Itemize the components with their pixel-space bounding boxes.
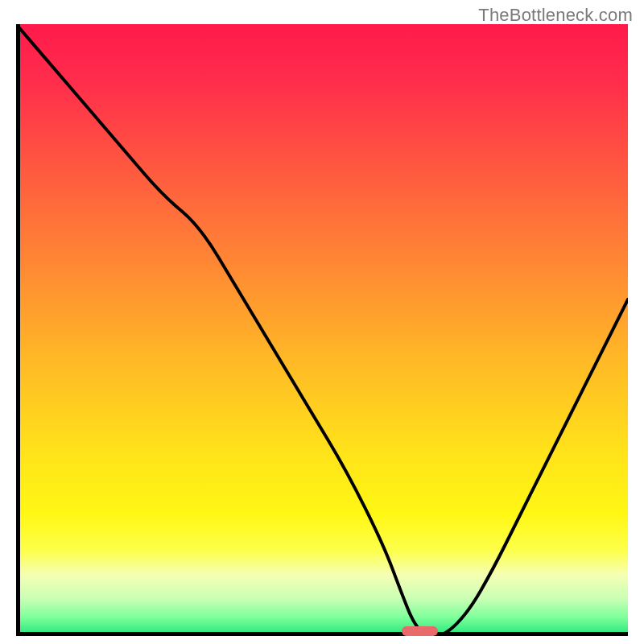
optimal-marker: [402, 626, 439, 636]
curve-path: [16, 24, 628, 636]
watermark-text: TheBottleneck.com: [478, 5, 633, 26]
plot-area: [16, 24, 628, 636]
bottleneck-curve: [16, 24, 628, 636]
plot-frame: [16, 24, 628, 636]
